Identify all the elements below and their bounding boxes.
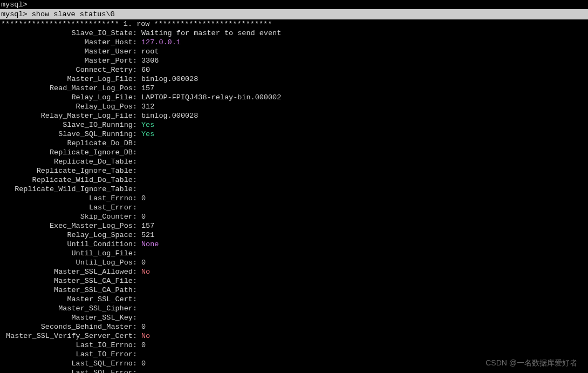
result-row-header: *************************** 1. row *****… — [0, 19, 588, 29]
status-key: Relay_Log_Pos: — [1, 102, 137, 111]
status-value: 60 — [137, 65, 150, 74]
status-value: LAPTOP-FPIQJ438-relay-bin.000002 — [137, 93, 281, 102]
status-key: Last_IO_Errno: — [1, 341, 137, 350]
status-key: Master_SSL_Cipher: — [1, 304, 137, 313]
status-key: Master_Log_File: — [1, 74, 137, 84]
status-row: Skip_Counter:0 — [0, 212, 588, 221]
status-row: Master_Log_File:binlog.000028 — [0, 74, 588, 84]
status-key: Master_Port: — [1, 56, 137, 65]
status-key: Replicate_Do_DB: — [1, 139, 137, 148]
status-value — [137, 139, 141, 148]
status-key: Relay_Log_File: — [1, 93, 137, 102]
status-row: Until_Condition:None — [0, 240, 588, 249]
status-key: Slave_SQL_Running: — [1, 130, 137, 139]
slave-status-output: Slave_IO_State:Waiting for master to sen… — [0, 29, 588, 373]
status-row: Last_SQL_Error: — [0, 368, 588, 373]
status-key: Replicate_Ignore_Table: — [1, 166, 137, 175]
status-row: Relay_Log_File:LAPTOP-FPIQJ438-relay-bin… — [0, 93, 588, 102]
status-row: Exec_Master_Log_Pos:157 — [0, 221, 588, 230]
status-key: Last_SQL_Error: — [1, 368, 137, 373]
status-row: Master_User:root — [0, 47, 588, 56]
status-value: 127.0.0.1 — [137, 38, 181, 47]
status-key: Master_SSL_Key: — [1, 313, 137, 322]
status-value: binlog.000028 — [137, 74, 198, 84]
terminal-window[interactable]: mysql> mysql> show slave status\G ******… — [0, 0, 588, 373]
status-row: Master_SSL_CA_File: — [0, 276, 588, 286]
status-value: Yes — [137, 130, 154, 139]
status-key: Master_SSL_CA_File: — [1, 276, 137, 286]
status-key: Replicate_Ignore_DB: — [1, 148, 137, 157]
status-key: Replicate_Wild_Ignore_Table: — [1, 185, 137, 194]
status-row: Relay_Master_Log_File:binlog.000028 — [0, 111, 588, 120]
status-value: 3306 — [137, 56, 159, 65]
status-value — [137, 175, 141, 185]
status-value — [137, 350, 141, 359]
status-value: 0 — [137, 258, 146, 267]
status-value — [137, 148, 141, 157]
status-row: Last_IO_Errno:0 — [0, 341, 588, 350]
status-key: Read_Master_Log_Pos: — [1, 84, 137, 93]
status-key: Last_IO_Error: — [1, 350, 137, 359]
status-row: Until_Log_Pos:0 — [0, 258, 588, 267]
status-row: Master_SSL_CA_Path: — [0, 286, 588, 295]
status-value: 157 — [137, 221, 154, 230]
status-key: Last_Errno: — [1, 194, 137, 203]
status-key: Exec_Master_Log_Pos: — [1, 221, 137, 230]
status-value: No — [137, 267, 150, 276]
status-value: binlog.000028 — [137, 111, 198, 120]
status-value — [137, 286, 141, 295]
status-value: None — [137, 240, 159, 249]
status-value — [137, 249, 141, 258]
status-row: Slave_IO_State:Waiting for master to sen… — [0, 29, 588, 38]
status-value — [137, 276, 141, 286]
status-row: Replicate_Wild_Ignore_Table: — [0, 185, 588, 194]
status-key: Relay_Log_Space: — [1, 230, 137, 240]
status-value: No — [137, 331, 150, 341]
status-row: Master_SSL_Allowed:No — [0, 267, 588, 276]
status-value: Yes — [137, 120, 154, 130]
status-row: Master_Host:127.0.0.1 — [0, 38, 588, 47]
status-value: root — [137, 47, 159, 56]
status-row: Seconds_Behind_Master:0 — [0, 322, 588, 331]
status-key: Replicate_Do_Table: — [1, 157, 137, 166]
status-row: Replicate_Do_DB: — [0, 139, 588, 148]
status-row: Master_SSL_Cert: — [0, 295, 588, 304]
status-row: Replicate_Wild_Do_Table: — [0, 175, 588, 185]
status-row: Master_SSL_Verify_Server_Cert:No — [0, 331, 588, 341]
status-key: Master_SSL_Allowed: — [1, 267, 137, 276]
status-value — [137, 203, 141, 212]
status-value: 0 — [137, 322, 146, 331]
status-key: Connect_Retry: — [1, 65, 137, 74]
csdn-watermark: CSDN @一名数据库爱好者 — [486, 358, 577, 368]
status-row: Relay_Log_Space:521 — [0, 230, 588, 240]
status-row: Read_Master_Log_Pos:157 — [0, 84, 588, 93]
status-key: Master_SSL_Cert: — [1, 295, 137, 304]
status-row: Last_Errno:0 — [0, 194, 588, 203]
status-key: Last_Error: — [1, 203, 137, 212]
status-key: Relay_Master_Log_File: — [1, 111, 137, 120]
status-key: Seconds_Behind_Master: — [1, 322, 137, 331]
status-value — [137, 313, 141, 322]
status-key: Until_Condition: — [1, 240, 137, 249]
status-value: Waiting for master to send event — [137, 29, 281, 38]
mysql-prompt-empty: mysql> — [0, 0, 588, 9]
status-value: 157 — [137, 84, 154, 93]
status-value: 0 — [137, 194, 146, 203]
status-key: Until_Log_Pos: — [1, 258, 137, 267]
status-row: Connect_Retry:60 — [0, 65, 588, 74]
status-key: Slave_IO_State: — [1, 29, 137, 38]
status-row: Master_SSL_Cipher: — [0, 304, 588, 313]
status-row: Last_IO_Error: — [0, 350, 588, 359]
status-row: Replicate_Do_Table: — [0, 157, 588, 166]
status-key: Master_User: — [1, 47, 137, 56]
status-key: Skip_Counter: — [1, 212, 137, 221]
status-value: 312 — [137, 102, 154, 111]
status-value — [137, 166, 141, 175]
status-row: Last_Error: — [0, 203, 588, 212]
status-key: Last_SQL_Errno: — [1, 359, 137, 368]
status-key: Until_Log_File: — [1, 249, 137, 258]
status-row: Relay_Log_Pos:312 — [0, 102, 588, 111]
status-value: 0 — [137, 341, 146, 350]
status-value: 521 — [137, 230, 154, 240]
status-row: Slave_SQL_Running:Yes — [0, 130, 588, 139]
